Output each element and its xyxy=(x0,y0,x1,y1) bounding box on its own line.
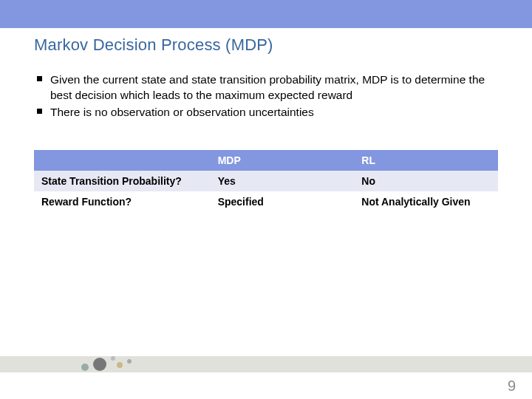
bullet-item: There is no observation or observation u… xyxy=(37,105,498,120)
table-cell: Not Analytically Given xyxy=(354,191,498,212)
comparison-table: MDP RL State Transition Probability? Yes… xyxy=(34,150,498,212)
table-header-cell: MDP xyxy=(211,150,355,171)
deco-circle xyxy=(93,358,106,371)
deco-circle xyxy=(81,364,89,371)
deco-circle xyxy=(111,356,115,361)
bullet-list: Given the current state and state transi… xyxy=(37,72,498,120)
page-number: 9 xyxy=(508,378,516,395)
table-row: State Transition Probability? Yes No xyxy=(34,171,498,191)
table-row: Reward Function? Specified Not Analytica… xyxy=(34,191,498,212)
deco-circle xyxy=(117,362,123,368)
table-cell: No xyxy=(354,171,498,191)
bullet-item: Given the current state and state transi… xyxy=(37,72,498,103)
top-accent-bar xyxy=(0,0,532,28)
table-cell-label: Reward Function? xyxy=(34,191,211,212)
table-cell-label: State Transition Probability? xyxy=(34,171,211,191)
footer-band xyxy=(0,356,532,372)
footer-decoration xyxy=(81,355,148,374)
table-header-cell: RL xyxy=(354,150,498,171)
table-cell: Specified xyxy=(211,191,355,212)
deco-circle xyxy=(127,359,132,364)
table-cell: Yes xyxy=(211,171,355,191)
table-header-row: MDP RL xyxy=(34,150,498,171)
slide-title: Markov Decision Process (MDP) xyxy=(34,35,498,55)
table-header-cell xyxy=(34,150,211,171)
slide-content: Markov Decision Process (MDP) Given the … xyxy=(0,28,532,212)
